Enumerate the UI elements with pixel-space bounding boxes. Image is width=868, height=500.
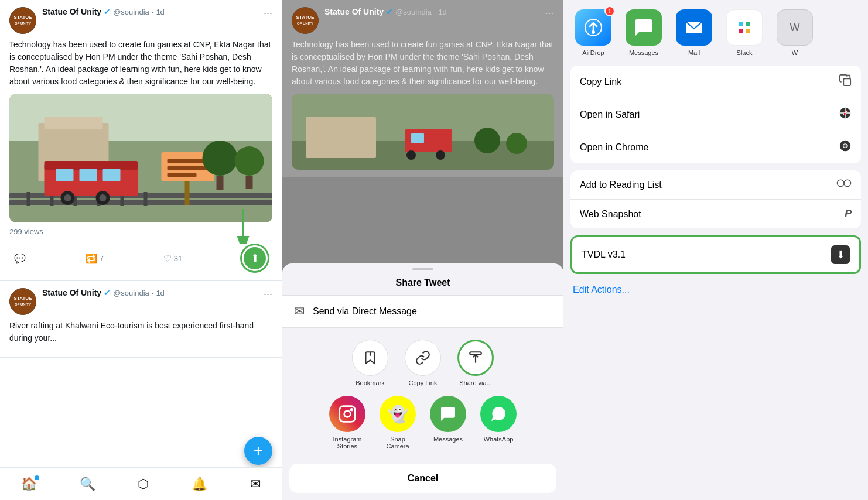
- svg-text:STATUE: STATUE: [14, 15, 32, 20]
- tweet-more-btn-1[interactable]: ···: [264, 7, 272, 19]
- svg-point-46: [406, 150, 416, 160]
- more-app-item[interactable]: W W: [777, 9, 813, 56]
- avatar-image-2: STATUE OF UNITY: [9, 288, 36, 315]
- notifications-nav-item[interactable]: 🔔: [192, 477, 207, 492]
- home-nav-dot: [35, 475, 39, 480]
- svg-point-77: [844, 180, 851, 187]
- svg-point-48: [474, 128, 500, 153]
- more-app-label: W: [792, 49, 798, 56]
- messages-nav-item[interactable]: ✉: [250, 477, 261, 492]
- author-handle-2: @souindia: [113, 289, 149, 297]
- bg-tweet-card: STATUE OF UNITY Statue Of Unity ✔ @souin…: [282, 0, 563, 177]
- copy-link-action[interactable]: Copy Link: [570, 66, 861, 98]
- edit-actions[interactable]: Edit Actions...: [563, 276, 868, 303]
- snapchat-label: SnapCamera: [386, 436, 409, 450]
- snapchat-icon: 👻: [380, 396, 416, 432]
- tweet-card-1: STATUE OF UNITY Statue Of Unity ✔ @souin…: [0, 0, 282, 281]
- author-handle-1: @souindia: [113, 8, 149, 16]
- tvdl-action-list: TVDL v3.1 ⬇: [570, 235, 861, 274]
- svg-point-76: [837, 180, 844, 187]
- tweet-more-btn-2[interactable]: ···: [264, 288, 272, 300]
- svg-rect-63: [739, 22, 743, 26]
- svg-rect-66: [746, 29, 750, 33]
- like-btn[interactable]: ♡ 31: [159, 251, 187, 266]
- dm-row[interactable]: ✉ Send via Direct Message: [282, 296, 563, 328]
- whatsapp-icon: [480, 396, 517, 432]
- tweet-meta-1: Statue Of Unity ✔ @souindia · 1d: [42, 7, 258, 16]
- svg-point-31: [235, 146, 264, 176]
- retweet-btn[interactable]: 🔁 7: [81, 251, 108, 266]
- snapchat-item[interactable]: 👻 SnapCamera: [380, 396, 416, 450]
- copy-link-action-label: Copy Link: [580, 77, 621, 87]
- instagram-item[interactable]: InstagramStories: [329, 396, 365, 450]
- whatsapp-label: WhatsApp: [484, 436, 514, 443]
- bg-tweet-header: STATUE OF UNITY Statue Of Unity ✔ @souin…: [292, 7, 554, 34]
- retweet-count: 7: [100, 254, 104, 263]
- svg-text:OF UNITY: OF UNITY: [15, 22, 31, 25]
- tweet-author-row-2: Statue Of Unity ✔ @souindia · 1d: [42, 288, 258, 297]
- whatsapp-item[interactable]: WhatsApp: [480, 396, 517, 450]
- open-chrome-action[interactable]: Open in Chrome: [570, 131, 861, 163]
- cancel-button[interactable]: Cancel: [289, 464, 556, 493]
- share-btn-wrapper[interactable]: ⬆: [237, 243, 272, 273]
- open-chrome-action-icon: [839, 139, 852, 155]
- comment-btn[interactable]: 💬: [9, 251, 30, 266]
- share-via-icon-circle: [457, 340, 494, 376]
- app-icons-row: 1 AirDrop Messages Mail: [563, 0, 868, 63]
- avatar-2: STATUE OF UNITY: [9, 288, 36, 315]
- middle-panel: STATUE OF UNITY Statue Of Unity ✔ @souin…: [282, 0, 563, 500]
- share-via-item[interactable]: Share via...: [457, 340, 494, 386]
- mail-app-item[interactable]: Mail: [676, 9, 712, 56]
- messages-social-item[interactable]: Messages: [430, 396, 466, 450]
- action-list-1: Copy Link Open in Safari: [570, 66, 861, 163]
- svg-rect-45: [411, 133, 424, 143]
- messages-social-label: Messages: [433, 436, 463, 443]
- svg-rect-26: [168, 159, 209, 163]
- mail-app-icon: [676, 9, 712, 46]
- bookmark-label: Bookmark: [356, 379, 385, 386]
- bg-tweet-image: [292, 94, 554, 170]
- svg-rect-0: [9, 7, 36, 34]
- svg-point-54: [344, 411, 351, 417]
- compose-button[interactable]: +: [244, 437, 272, 465]
- svg-rect-18: [80, 169, 97, 181]
- bg-author-handle: @souindia: [395, 8, 432, 16]
- open-safari-action[interactable]: Open in Safari: [570, 98, 861, 131]
- tweet-actions-1[interactable]: 💬 🔁 7 ♡ 31: [9, 241, 272, 273]
- bookmark-item[interactable]: Bookmark: [352, 340, 388, 386]
- share-overlay-bg: STATUE OF UNITY Statue Of Unity ✔ @souin…: [282, 0, 563, 500]
- svg-point-57: [592, 30, 595, 34]
- retweet-icon: 🔁: [86, 253, 97, 264]
- add-reading-list-action[interactable]: Add to Reading List: [570, 170, 861, 200]
- bg-avatar-image: STATUE OF UNITY: [292, 7, 319, 34]
- search-nav-item[interactable]: 🔍: [80, 477, 95, 492]
- bg-author-name: Statue Of Unity: [324, 7, 384, 16]
- share-icon: ⬆: [251, 252, 259, 265]
- svg-point-49: [506, 133, 527, 154]
- airdrop-app-item[interactable]: 1 AirDrop: [575, 9, 611, 56]
- tweet-time-1: 1d: [156, 8, 164, 16]
- svg-point-29: [203, 141, 238, 176]
- airdrop-app-icon: 1: [575, 9, 611, 46]
- author-name-2: Statue Of Unity: [42, 288, 101, 297]
- bg-tweet-more: ···: [545, 7, 554, 19]
- more-app-icon: W: [777, 9, 813, 46]
- svg-text:STATUE: STATUE: [296, 15, 315, 20]
- messages-app-item[interactable]: Messages: [626, 9, 662, 56]
- copy-link-item[interactable]: Copy Link: [405, 340, 441, 386]
- web-snapshot-action[interactable]: Web Snapshot P: [570, 200, 861, 228]
- spaces-nav-item[interactable]: ⬡: [138, 477, 149, 492]
- home-nav-item[interactable]: 🏠: [21, 477, 37, 492]
- svg-point-75: [843, 144, 847, 148]
- svg-rect-16: [45, 161, 138, 170]
- share-button[interactable]: ⬆: [242, 245, 268, 271]
- bg-tweet-time: 1d: [438, 8, 446, 16]
- tvdl-action[interactable]: TVDL v3.1 ⬇: [572, 237, 859, 272]
- tweet-text-1: Technology has been used to create fun g…: [9, 39, 272, 88]
- dm-label: Send via Direct Message: [313, 306, 417, 317]
- messages-app-icon: [626, 9, 662, 46]
- slack-app-item[interactable]: Slack: [726, 9, 763, 56]
- tweet-text-2: River rafting at Khalwani Eco-tourism is…: [9, 320, 272, 344]
- share-via-label: Share via...: [459, 379, 492, 386]
- svg-rect-65: [739, 29, 743, 33]
